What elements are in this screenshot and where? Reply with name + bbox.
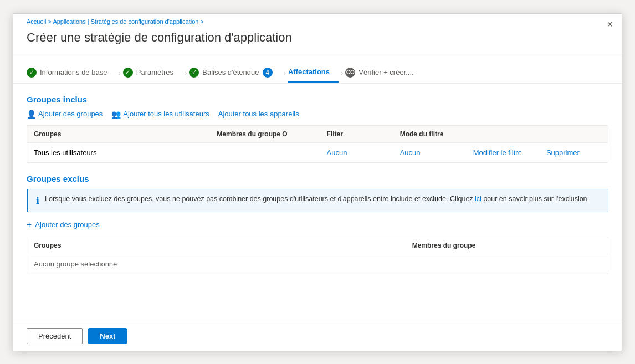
sep4: › — [341, 69, 343, 77]
add-groups-icon: 👤 — [27, 110, 36, 119]
step-balises[interactable]: ✓ Balises d'étendue 4 — [189, 63, 281, 83]
step-balises-label: Balises d'étendue — [202, 68, 259, 76]
col-groupes: Groupes — [34, 130, 217, 138]
breadcrumb-link[interactable]: Accueil > Applications | Stratégies de c… — [27, 18, 204, 25]
step-params-icon: ✓ — [123, 68, 133, 78]
close-button[interactable]: × — [607, 19, 613, 29]
delete-link[interactable]: Supprimer — [546, 148, 601, 157]
sep2: › — [185, 69, 187, 77]
col-filter: Filter — [327, 130, 400, 138]
info-icon: ℹ — [36, 196, 39, 206]
col-membres: Membres du groupe O — [217, 130, 326, 138]
modal-footer: Précédent Next — [13, 321, 622, 351]
add-groups-label: Ajouter des groupes — [38, 110, 103, 118]
included-table: Groupes Membres du groupe O Filter Mode … — [27, 125, 608, 163]
excluded-table-header: Groupes Membres du groupe — [27, 237, 608, 254]
col-filter-mode: Mode du filtre — [400, 130, 473, 138]
modal-container: Accueil > Applications | Stratégies de c… — [13, 13, 622, 351]
excluded-table: Groupes Membres du groupe Aucun groupe s… — [27, 237, 608, 274]
add-excluded-groups-bar[interactable]: + Ajouter des groupes — [27, 220, 608, 230]
table-row: Tous les utilisateurs Aucun Aucun Modifi… — [27, 143, 608, 162]
included-section-title: Groupes inclus — [27, 95, 608, 104]
excl-col-membres: Membres du groupe — [412, 242, 601, 249]
excl-col-groupes: Groupes — [34, 242, 412, 249]
col-actions2 — [546, 130, 601, 138]
breadcrumb: Accueil > Applications | Stratégies de c… — [13, 14, 622, 25]
step-verifier-label: Vérifier + créer.... — [359, 68, 413, 76]
add-all-devices-link[interactable]: Ajouter tous les appareils — [218, 110, 299, 118]
excluded-members-empty — [412, 260, 601, 268]
info-box: ℹ Lorsque vous excluez des groupes, vous… — [27, 189, 608, 212]
excluded-empty-row: Aucun groupe sélectionné — [27, 254, 608, 274]
modal-body: Groupes inclus 👤 Ajouter des groupes 👥 A… — [13, 84, 622, 321]
row-filter: Aucun — [327, 148, 400, 157]
step-verifier[interactable]: CO Vérifier + créer.... — [345, 63, 422, 83]
info-link[interactable]: ici — [475, 195, 482, 203]
sep3: › — [284, 69, 286, 77]
edit-filter-link[interactable]: Modifier le filtre — [473, 148, 546, 157]
step-basics-icon: ✓ — [27, 68, 37, 78]
add-all-devices-label: Ajouter tous les appareils — [218, 110, 299, 118]
excluded-section-title: Groupes exclus — [27, 174, 608, 183]
info-text: Lorsque vous excluez des groupes, vous n… — [45, 195, 587, 203]
step-verifier-badge: CO — [345, 68, 355, 78]
step-affectations[interactable]: Affectations — [288, 63, 339, 83]
step-basics-label: Informations de base — [40, 68, 107, 76]
included-table-header: Groupes Membres du groupe O Filter Mode … — [27, 126, 608, 143]
prev-button[interactable]: Précédent — [27, 328, 83, 344]
sep1: › — [118, 69, 120, 77]
step-params[interactable]: ✓ Paramètres — [123, 63, 182, 83]
row-filter-mode: Aucun — [400, 148, 473, 157]
row-group-name: Tous les utilisateurs — [34, 148, 217, 157]
wizard-steps: ✓ Informations de base › ✓ Paramètres › … — [13, 54, 622, 84]
step-params-label: Paramètres — [136, 68, 173, 76]
add-all-users-label: Ajouter tous les utilisateurs — [123, 110, 209, 118]
plus-icon: + — [27, 220, 32, 230]
next-button[interactable]: Next — [88, 328, 127, 344]
add-all-users-icon: 👥 — [111, 110, 121, 119]
add-all-users-link[interactable]: 👥 Ajouter tous les utilisateurs — [111, 110, 209, 119]
step-affectations-label: Affectations — [288, 68, 330, 76]
included-action-bar: 👤 Ajouter des groupes 👥 Ajouter tous les… — [27, 110, 608, 119]
modal-title: Créer une stratégie de configuration d'a… — [13, 25, 622, 54]
step-balises-check-icon: ✓ — [189, 68, 199, 78]
step-balises-badge: 4 — [263, 68, 273, 78]
step-basics[interactable]: ✓ Informations de base — [27, 63, 116, 83]
excluded-empty-label: Aucun groupe sélectionné — [34, 260, 412, 268]
add-excluded-groups-link[interactable]: Ajouter des groupes — [35, 221, 99, 229]
col-actions1 — [473, 130, 546, 138]
add-groups-link[interactable]: 👤 Ajouter des groupes — [27, 110, 103, 119]
